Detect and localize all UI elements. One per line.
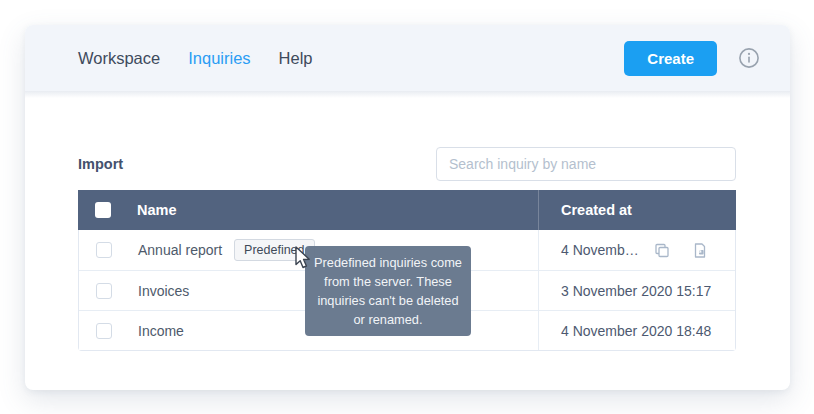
table-header-name: Name: [78, 190, 538, 230]
created-at-value: 3 November 2020 15:17: [561, 283, 711, 299]
row-checkbox[interactable]: [96, 283, 112, 299]
inquiry-name: Invoices: [138, 283, 189, 299]
search-input[interactable]: [436, 147, 736, 181]
top-nav: Workspace Inquiries Help Create: [25, 25, 790, 91]
info-icon[interactable]: [738, 47, 760, 69]
row-checkbox[interactable]: [96, 242, 112, 258]
inquiry-name: Annual report: [138, 242, 222, 258]
row-checkbox[interactable]: [96, 323, 112, 339]
toolbar: Import: [78, 147, 736, 181]
created-cell: 4 Novemb…: [538, 230, 735, 270]
column-header-name: Name: [137, 202, 177, 218]
created-cell: 4 November 2020 18:48: [538, 311, 735, 350]
nav-item-help[interactable]: Help: [279, 49, 313, 68]
column-header-created-at: Created at: [561, 202, 632, 218]
app-card: Workspace Inquiries Help Create Import N…: [25, 25, 790, 390]
copy-icon[interactable]: [653, 242, 670, 259]
table-header-created: Created at: [538, 190, 736, 230]
predefined-badge[interactable]: Predefined: [234, 239, 314, 261]
table-header-row: Name Created at: [78, 190, 736, 230]
select-all-checkbox[interactable]: [95, 202, 111, 218]
section-label: Import: [78, 156, 123, 172]
row-actions: [653, 242, 708, 259]
nav-item-workspace[interactable]: Workspace: [78, 49, 160, 68]
created-at-value: 4 Novemb…: [561, 242, 639, 258]
created-cell: 3 November 2020 15:17: [538, 271, 735, 310]
file-export-icon[interactable]: [692, 242, 708, 259]
predefined-tooltip: Predefined inquiries come from the serve…: [305, 246, 471, 336]
inquiry-name: Income: [138, 323, 184, 339]
create-button[interactable]: Create: [624, 41, 717, 76]
created-at-value: 4 November 2020 18:48: [561, 323, 711, 339]
nav-item-inquiries[interactable]: Inquiries: [188, 49, 250, 68]
